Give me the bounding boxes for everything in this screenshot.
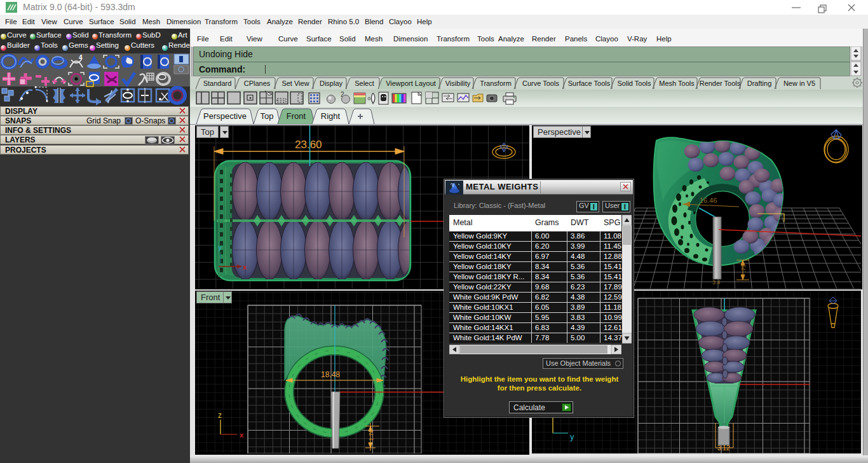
svg-text:Display: Display (320, 79, 343, 87)
svg-text:Standard: Standard (203, 79, 232, 87)
svg-text:Viewport Layout: Viewport Layout (386, 79, 436, 87)
svg-text:Mesh Tools: Mesh Tools (659, 79, 695, 87)
svg-text:Surface Tools: Surface Tools (568, 79, 611, 87)
svg-text:Select: Select (355, 79, 374, 87)
svg-text:1.76: 1.76 (368, 429, 374, 441)
svg-text:Curve Tools: Curve Tools (522, 79, 559, 87)
svg-text:Transform: Transform (480, 79, 512, 87)
svg-text:16.46: 16.46 (700, 197, 717, 204)
svg-text:18.48: 18.48 (321, 370, 340, 379)
svg-text:x: x (243, 263, 247, 271)
svg-text:Perspective: Perspective (203, 111, 247, 121)
svg-text:y: y (218, 244, 222, 251)
svg-text:3.4: 3.4 (712, 279, 721, 286)
svg-text:z: z (218, 411, 222, 420)
svg-text:4: 4 (79, 54, 83, 61)
svg-text:Set View: Set View (281, 79, 309, 87)
svg-text:Front: Front (287, 111, 306, 121)
svg-text:x: x (240, 431, 244, 439)
svg-text:Right: Right (321, 111, 341, 121)
svg-text:23.60: 23.60 (295, 139, 322, 151)
svg-text:New in V5: New in V5 (783, 79, 815, 87)
svg-text:y: y (570, 432, 574, 441)
svg-text:Render Tools: Render Tools (700, 79, 741, 87)
svg-text:Visibility: Visibility (445, 79, 471, 87)
svg-text:.75: .75 (740, 264, 747, 272)
svg-text:CPlanes: CPlanes (244, 79, 271, 87)
svg-text:3.12: 3.12 (717, 445, 730, 452)
svg-text:Drafting: Drafting (747, 79, 772, 87)
svg-text:Solid Tools: Solid Tools (618, 79, 651, 87)
svg-text:Top: Top (261, 111, 274, 121)
